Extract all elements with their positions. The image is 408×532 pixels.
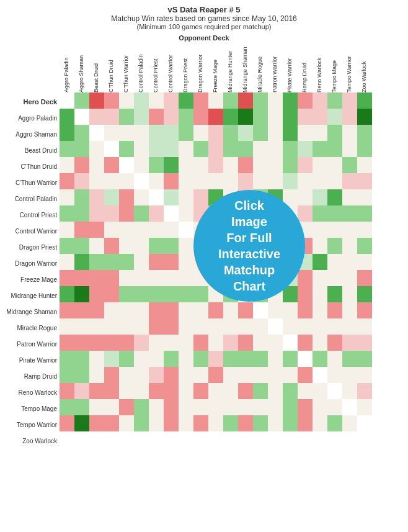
- grid-cell: [208, 367, 223, 383]
- grid-cell: [253, 302, 268, 318]
- grid-cell: [357, 173, 372, 189]
- grid-cell: [253, 318, 268, 335]
- grid-cell: [208, 335, 223, 351]
- hero-label-item: C'Thun Druid: [5, 158, 60, 174]
- grid-cell: [74, 383, 89, 399]
- grid-cell: [119, 318, 134, 335]
- grid-cell: [60, 335, 74, 351]
- overlay-circle[interactable]: ClickImageFor FullInteractiveMatchupChar…: [193, 190, 305, 302]
- grid-cell: [268, 415, 283, 431]
- grid-cell: [74, 173, 89, 189]
- col-header-cell: Control Paladin: [134, 43, 149, 92]
- grid-cell: [134, 157, 149, 173]
- grid-cell: [119, 270, 134, 286]
- col-header-text: Patron Warrior: [272, 44, 278, 92]
- grid-cell: [357, 351, 372, 367]
- grid-cell: [357, 335, 372, 351]
- grid-cell: [357, 383, 372, 399]
- grid-cell: [164, 351, 179, 367]
- grid-cell: [208, 92, 223, 109]
- grid-cell: [357, 238, 372, 254]
- grid-cell: [74, 415, 89, 431]
- grid-cell: [342, 125, 357, 141]
- col-header-cell: Dragon Warrior: [193, 43, 208, 92]
- table-row: [60, 92, 372, 109]
- grid-cell: [89, 399, 104, 415]
- grid-cell: [268, 367, 283, 383]
- grid-cell: [357, 222, 372, 238]
- hero-label-header: Hero Deck: [5, 94, 60, 110]
- grid-cell: [60, 351, 74, 367]
- grid-cell: [89, 335, 104, 351]
- grid-cell: [179, 254, 193, 270]
- grid-cell: [268, 125, 283, 141]
- grid-cell: [179, 205, 193, 222]
- grid-cell: [193, 351, 208, 367]
- grid-cell: [313, 335, 327, 351]
- grid-cell: [283, 302, 298, 318]
- grid-cell: [298, 141, 313, 157]
- grid-cell: [223, 109, 238, 125]
- grid-cell: [89, 383, 104, 399]
- grid-cell: [89, 318, 104, 335]
- col-header-text: Aggro Paladin: [64, 44, 70, 92]
- grid-cell: [268, 318, 283, 335]
- grid-cell: [89, 286, 104, 302]
- hero-label-item: Beast Druid: [5, 142, 60, 158]
- grid-cell: [149, 270, 164, 286]
- grid-cell: [193, 383, 208, 399]
- grid-cell: [149, 367, 164, 383]
- grid-cell: [342, 383, 357, 399]
- grid-cell: [223, 335, 238, 351]
- hero-label-item: Patron Warrior: [5, 336, 60, 352]
- grid-cell: [357, 286, 372, 302]
- grid-cell: [60, 302, 74, 318]
- grid-cell: [342, 205, 357, 222]
- grid-cell: [357, 415, 372, 431]
- grid-cell: [283, 399, 298, 415]
- grid-cell: [357, 109, 372, 125]
- hero-label-item: Midrange Hunter: [5, 287, 60, 304]
- grid-cell: [313, 302, 327, 318]
- grid-cell: [119, 141, 134, 157]
- grid-cell: [313, 399, 327, 415]
- grid-cell: [164, 125, 179, 141]
- grid-cell: [134, 92, 149, 109]
- grid-cell: [208, 351, 223, 367]
- grid-cell: [89, 302, 104, 318]
- hero-label-item: Reno Warlock: [5, 384, 60, 400]
- grid-cell: [193, 367, 208, 383]
- grid-cell: [104, 173, 119, 189]
- grid-cell: [253, 92, 268, 109]
- grid-cell: [223, 173, 238, 189]
- grid-cell: [119, 351, 134, 367]
- grid-cell: [327, 270, 342, 286]
- grid-cell: [119, 109, 134, 125]
- col-header-cell: Aggro Shaman: [74, 43, 89, 92]
- grid-cell: [134, 383, 149, 399]
- grid-cell: [149, 173, 164, 189]
- grid-cell: [223, 399, 238, 415]
- grid-cell: [193, 302, 208, 318]
- title-section: vS Data Reaper # 5 Matchup Win rates bas…: [5, 5, 403, 30]
- col-header-cell: Reno Warlock: [313, 43, 327, 92]
- grid-cell: [238, 141, 253, 157]
- hero-label-item: Dragon Warrior: [5, 255, 60, 271]
- grid-cell: [60, 141, 74, 157]
- grid-cell: [119, 222, 134, 238]
- grid-cell: [74, 222, 89, 238]
- chart-container: vS Data Reaper # 5 Matchup Win rates bas…: [0, 0, 408, 454]
- col-header-cell: Patron Warrior: [268, 43, 283, 92]
- grid-cell: [357, 189, 372, 205]
- grid-cell: [223, 302, 238, 318]
- grid-cell: [119, 286, 134, 302]
- grid-cell: [342, 335, 357, 351]
- grid-cell: [327, 205, 342, 222]
- grid-cell: [74, 254, 89, 270]
- grid-cell: [253, 109, 268, 125]
- table-row: [60, 351, 372, 367]
- grid-cell: [327, 351, 342, 367]
- grid-cell: [104, 318, 119, 335]
- grid-cell: [223, 415, 238, 431]
- grid-cell: [223, 318, 238, 335]
